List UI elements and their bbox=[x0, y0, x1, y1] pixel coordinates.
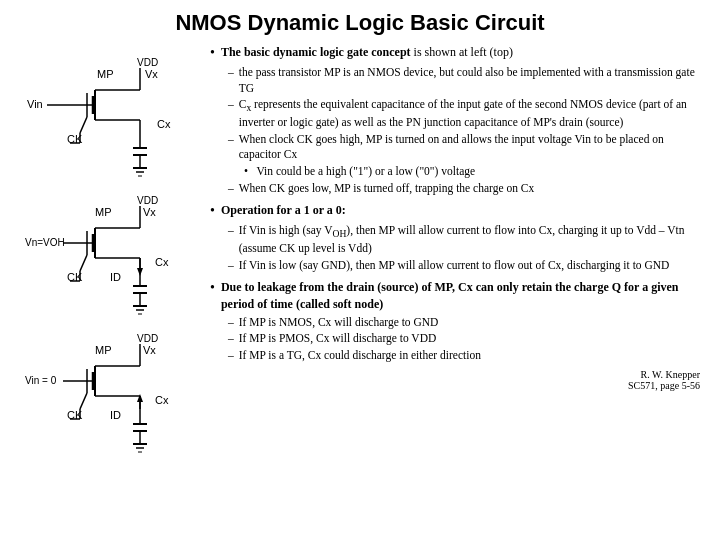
sub-bullet-1-4: – When CK goes low, MP is turned off, tr… bbox=[228, 181, 700, 197]
sub-sub-bullets-1: • Vin could be a high ("1") or a low ("0… bbox=[244, 164, 700, 180]
svg-line-46 bbox=[80, 255, 87, 271]
svg-text:Cx: Cx bbox=[155, 394, 169, 406]
bullet-dot-1: • bbox=[210, 44, 215, 62]
bullet-1-main: • The basic dynamic logic gate concept i… bbox=[210, 44, 700, 62]
svg-text:Cx: Cx bbox=[155, 256, 169, 268]
svg-text:Vn=VOH: Vn=VOH bbox=[25, 237, 65, 248]
sub-bullet-1-3: – When clock CK goes high, MP is turned … bbox=[228, 132, 700, 163]
bullet-section-3: • Due to leakage from the drain (source)… bbox=[210, 279, 700, 363]
sub-bullet-3-1: – If MP is NMOS, Cx will discharge to GN… bbox=[228, 315, 700, 331]
circuit-diagram-3: Vin = 0 MP Vx CK Cx ID VDD bbox=[25, 324, 195, 454]
circuit-diagram-1: Vin MP Vx CK Cx bbox=[25, 48, 195, 178]
svg-line-20 bbox=[80, 117, 87, 133]
svg-text:MP: MP bbox=[95, 206, 112, 218]
svg-text:Vin: Vin bbox=[27, 98, 43, 110]
svg-text:MP: MP bbox=[97, 68, 114, 80]
bullet-3-subitems: – If MP is NMOS, Cx will discharge to GN… bbox=[228, 315, 700, 364]
svg-text:Cx: Cx bbox=[157, 118, 171, 130]
bullet-1-text: The basic dynamic logic gate concept is … bbox=[221, 44, 513, 60]
svg-text:ID: ID bbox=[110, 409, 121, 421]
page-title: NMOS Dynamic Logic Basic Circuit bbox=[20, 10, 700, 36]
circuit-diagram-2: Vn=VOH MP Vx CK Cx ID VDD bbox=[25, 186, 195, 316]
svg-text:Vx: Vx bbox=[143, 344, 156, 356]
svg-line-73 bbox=[80, 393, 87, 409]
bullet-1-subitems: – the pass transistor MP is an NMOS devi… bbox=[228, 65, 700, 196]
bullet-dot-3: • bbox=[210, 279, 215, 297]
text-column: • The basic dynamic logic gate concept i… bbox=[200, 44, 700, 530]
sub-bullet-1-1: – the pass transistor MP is an NMOS devi… bbox=[228, 65, 700, 96]
bullet-3-text: Due to leakage from the drain (source) o… bbox=[221, 279, 700, 311]
bullet-2-text: Operation for a 1 or a 0: bbox=[221, 202, 346, 218]
svg-marker-50 bbox=[137, 268, 143, 276]
svg-text:Vin = 0: Vin = 0 bbox=[25, 375, 57, 386]
diagrams-column: Vin MP Vx CK Cx bbox=[20, 44, 200, 530]
page: NMOS Dynamic Logic Basic Circuit Vin MP … bbox=[0, 0, 720, 540]
sub-bullet-3-2: – If MP is PMOS, Cx will discharge to VD… bbox=[228, 331, 700, 347]
footer-line2: SC571, page 5-56 bbox=[210, 380, 700, 391]
svg-text:VDD: VDD bbox=[137, 57, 158, 68]
svg-text:ID: ID bbox=[110, 271, 121, 283]
content-area: Vin MP Vx CK Cx bbox=[20, 44, 700, 530]
sub-bullet-2-1: – If Vin is high (say VOH), then MP will… bbox=[228, 223, 700, 257]
bullet-2-subitems: – If Vin is high (say VOH), then MP will… bbox=[228, 223, 700, 273]
sub-sub-bullet-1-1: • Vin could be a high ("1") or a low ("0… bbox=[244, 164, 700, 180]
bullet-section-1: • The basic dynamic logic gate concept i… bbox=[210, 44, 700, 196]
bullet-2-main: • Operation for a 1 or a 0: bbox=[210, 202, 700, 220]
bullet-3-main: • Due to leakage from the drain (source)… bbox=[210, 279, 700, 311]
sub-bullet-3-3: – If MP is a TG, Cx could discharge in e… bbox=[228, 348, 700, 364]
svg-text:VDD: VDD bbox=[137, 333, 158, 344]
footer: R. W. Knepper SC571, page 5-56 bbox=[210, 369, 700, 391]
sub-bullet-2-2: – If Vin is low (say GND), then MP will … bbox=[228, 258, 700, 274]
footer-line1: R. W. Knepper bbox=[210, 369, 700, 380]
bullet-dot-2: • bbox=[210, 202, 215, 220]
svg-marker-77 bbox=[137, 394, 143, 402]
sub-bullet-1-2: – Cx represents the equivalent capacitan… bbox=[228, 97, 700, 131]
svg-text:Vx: Vx bbox=[143, 206, 156, 218]
svg-text:Vx: Vx bbox=[145, 68, 158, 80]
svg-text:VDD: VDD bbox=[137, 195, 158, 206]
bullet-section-2: • Operation for a 1 or a 0: – If Vin is … bbox=[210, 202, 700, 273]
svg-text:MP: MP bbox=[95, 344, 112, 356]
